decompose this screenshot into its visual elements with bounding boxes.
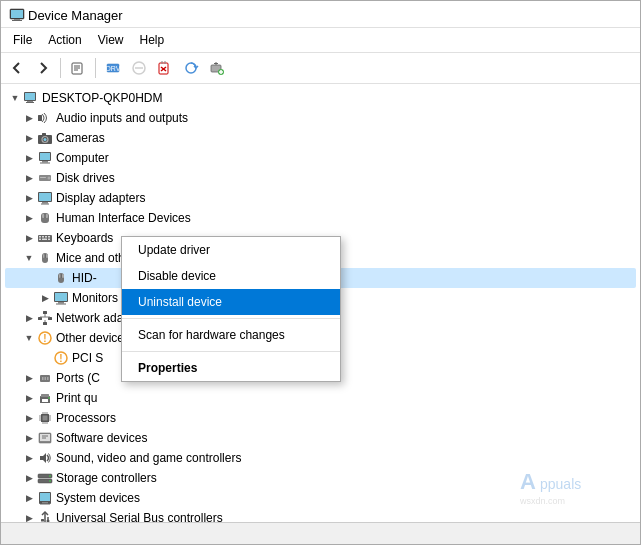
title-icon xyxy=(9,7,25,23)
update-driver-button[interactable]: DRV xyxy=(101,56,125,80)
computer-icon xyxy=(23,90,39,106)
processors-label: Processors xyxy=(56,409,634,427)
expand-display[interactable]: ▶ xyxy=(21,190,37,206)
expand-mice[interactable]: ▼ xyxy=(21,250,37,266)
window-title: Device Manager xyxy=(28,8,123,23)
expand-sound[interactable]: ▶ xyxy=(21,450,37,466)
properties-button[interactable] xyxy=(66,56,90,80)
expand-processors[interactable]: ▶ xyxy=(21,410,37,426)
cameras-label: Cameras xyxy=(56,129,634,147)
tree-node-printqu[interactable]: ▶ Print qu xyxy=(5,388,636,408)
expand-system[interactable]: ▶ xyxy=(21,490,37,506)
display-label: Display adapters xyxy=(56,189,634,207)
svg-rect-116 xyxy=(41,519,44,522)
menu-file[interactable]: File xyxy=(5,30,40,50)
ctx-uninstall-device[interactable]: Uninstall device xyxy=(122,289,340,315)
usb-icon xyxy=(37,510,53,522)
menu-help[interactable]: Help xyxy=(132,30,173,50)
ctx-properties[interactable]: Properties xyxy=(122,355,340,381)
tree-node-hid[interactable]: ▶ Human Interface Devices xyxy=(5,208,636,228)
svg-rect-65 xyxy=(55,293,67,301)
svg-rect-68 xyxy=(43,311,47,314)
svg-rect-114 xyxy=(40,504,50,505)
disk-icon xyxy=(37,170,53,186)
svg-text:!: ! xyxy=(59,353,62,364)
svg-rect-66 xyxy=(58,302,64,304)
svg-point-110 xyxy=(49,480,51,482)
scan-button[interactable] xyxy=(179,56,203,80)
ports-icon xyxy=(37,370,53,386)
svg-rect-1 xyxy=(11,10,23,18)
svg-text:!: ! xyxy=(43,333,46,344)
expand-other[interactable]: ▼ xyxy=(21,330,37,346)
tree-node-audio[interactable]: ▶ Audio inputs and outputs xyxy=(5,108,636,128)
svg-rect-36 xyxy=(40,163,50,164)
expand-keyboards[interactable]: ▶ xyxy=(21,230,37,246)
expand-storage[interactable]: ▶ xyxy=(21,470,37,486)
svg-text:wsxdn.com: wsxdn.com xyxy=(519,496,565,506)
svg-rect-45 xyxy=(42,214,45,218)
tree-node-software[interactable]: ▶ Software devices xyxy=(5,428,636,448)
toolbar-sep-2 xyxy=(95,58,96,78)
software-icon xyxy=(37,430,53,446)
display-icon xyxy=(37,190,53,206)
disable-button[interactable] xyxy=(127,56,151,80)
svg-point-31 xyxy=(44,138,47,141)
device-manager-window: Device Manager File Action View Help xyxy=(0,0,641,545)
expand-root[interactable]: ▼ xyxy=(7,90,23,106)
svg-rect-43 xyxy=(41,204,49,205)
menu-view[interactable]: View xyxy=(90,30,132,50)
tree-node-diskdrives[interactable]: ▶ Disk drives xyxy=(5,168,636,188)
ctx-scan-changes[interactable]: Scan for hardware changes xyxy=(122,322,340,348)
keyboard-icon xyxy=(37,230,53,246)
audio-icon xyxy=(37,110,53,126)
forward-button[interactable] xyxy=(31,56,55,80)
svg-point-109 xyxy=(49,475,51,477)
toolbar: DRV xyxy=(1,53,640,84)
software-label: Software devices xyxy=(56,429,634,447)
expand-network[interactable]: ▶ xyxy=(21,310,37,326)
title-bar: Device Manager xyxy=(1,1,640,28)
tree-node-cameras[interactable]: ▶ Cameras xyxy=(5,128,636,148)
add-hardware-button[interactable] xyxy=(205,56,229,80)
network-icon xyxy=(37,310,53,326)
ctx-update-driver[interactable]: Update driver xyxy=(122,237,340,263)
storage-icon xyxy=(37,470,53,486)
svg-rect-46 xyxy=(46,214,49,218)
expand-audio[interactable]: ▶ xyxy=(21,110,37,126)
svg-rect-55 xyxy=(48,239,50,241)
tree-node-root[interactable]: ▼ DESKTOP-QKP0HDM xyxy=(5,88,636,108)
back-button[interactable] xyxy=(5,56,29,80)
context-menu: Update driver Disable device Uninstall d… xyxy=(121,236,341,382)
tree-node-display[interactable]: ▶ Display adapters xyxy=(5,188,636,208)
svg-rect-83 xyxy=(47,377,49,380)
svg-rect-42 xyxy=(42,202,48,204)
svg-point-38 xyxy=(48,177,51,180)
svg-rect-34 xyxy=(40,153,50,160)
expand-ports[interactable]: ▶ xyxy=(21,370,37,386)
svg-marker-106 xyxy=(40,453,46,463)
menu-action[interactable]: Action xyxy=(40,30,89,50)
expand-printqu[interactable]: ▶ xyxy=(21,390,37,406)
expand-usb[interactable]: ▶ xyxy=(21,510,37,522)
expand-computer[interactable]: ▶ xyxy=(21,150,37,166)
tree-node-processors[interactable]: ▶ xyxy=(5,408,636,428)
expand-software[interactable]: ▶ xyxy=(21,430,37,446)
expand-monitors[interactable]: ▶ xyxy=(37,290,53,306)
tree-node-computer[interactable]: ▶ Computer xyxy=(5,148,636,168)
svg-text:DRV: DRV xyxy=(106,65,121,72)
svg-text:ppuals: ppuals xyxy=(540,476,581,492)
camera-icon xyxy=(37,130,53,146)
mouse-icon xyxy=(37,250,53,266)
svg-rect-3 xyxy=(12,20,22,21)
uninstall-button[interactable] xyxy=(153,56,177,80)
svg-rect-113 xyxy=(42,502,48,504)
expand-hid[interactable]: ▶ xyxy=(21,210,37,226)
watermark: A ppuals wsxdn.com xyxy=(510,449,630,512)
expand-cameras[interactable]: ▶ xyxy=(21,130,37,146)
ctx-sep-1 xyxy=(122,318,340,319)
ctx-disable-device[interactable]: Disable device xyxy=(122,263,340,289)
audio-label: Audio inputs and outputs xyxy=(56,109,634,127)
expand-diskdrives[interactable]: ▶ xyxy=(21,170,37,186)
svg-rect-86 xyxy=(42,399,48,402)
